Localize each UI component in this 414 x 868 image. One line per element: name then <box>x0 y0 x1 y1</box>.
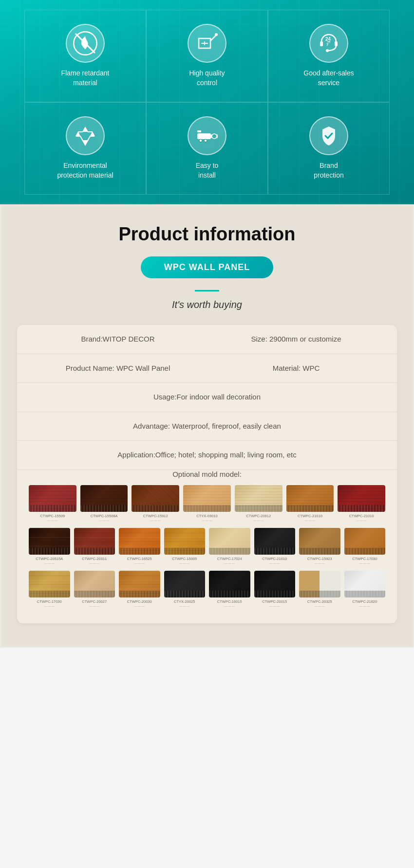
svg-rect-10 <box>320 41 323 46</box>
mold-swatch-1-0 <box>29 528 70 555</box>
mold-swatch-1-2 <box>119 528 160 555</box>
svg-point-20 <box>199 139 202 142</box>
mold-swatch-1-6 <box>299 528 340 555</box>
feature-label-eco: Environmental protection material <box>57 161 113 180</box>
mold-swatch-2-0 <box>29 571 70 597</box>
svg-point-21 <box>204 139 207 142</box>
mold-swatch-0-1 <box>80 485 128 512</box>
mold-swatch-2-4 <box>209 571 250 597</box>
feature-cell-quality: High quality control <box>146 10 268 102</box>
svg-point-18 <box>212 134 217 139</box>
feature-label-brand: Brand protection <box>314 161 343 180</box>
mold-swatch-1-3 <box>164 528 206 555</box>
product-section: Product information WPC WALL PANEL It's … <box>0 204 414 648</box>
svg-point-7 <box>215 33 218 36</box>
wpc-badge: WPC WALL PANEL <box>141 256 273 278</box>
mold-swatch-2-1 <box>74 571 115 597</box>
mold-swatch-2-5 <box>254 571 296 597</box>
mold-swatch-0-6 <box>338 485 385 512</box>
mold-swatch-1-4 <box>209 528 250 555</box>
mold-swatch-2-6 <box>299 571 340 597</box>
svg-rect-19 <box>197 130 201 132</box>
hero-section: Flame retardant material High quality co… <box>0 0 414 204</box>
feature-cell-install: Easy to install <box>146 102 268 195</box>
install-icon <box>188 116 226 155</box>
feature-label-flame: Flame retardant material <box>61 69 110 88</box>
service-icon: 24 7 <box>309 24 348 63</box>
brand-icon <box>309 116 348 155</box>
mold-swatch-0-3 <box>183 485 231 512</box>
mold-swatch-2-7 <box>344 571 386 597</box>
mold-swatch-1-1 <box>74 528 115 555</box>
mold-swatch-0-5 <box>286 485 334 512</box>
mold-swatch-0-0 <box>29 485 76 512</box>
mold-swatch-1-7 <box>344 528 386 555</box>
teal-divider <box>195 290 219 291</box>
mold-swatch-1-5 <box>254 528 296 555</box>
product-tagline: It's worth buying <box>10 299 404 310</box>
svg-rect-11 <box>335 41 338 46</box>
flame-icon <box>66 24 105 63</box>
features-grid: Flame retardant material High quality co… <box>24 10 390 195</box>
feature-label-install: Easy to install <box>196 161 219 180</box>
product-title: Product information <box>10 224 404 245</box>
feature-label-quality: High quality control <box>189 69 225 88</box>
svg-line-6 <box>210 35 216 41</box>
feature-cell-brand: Brand protection <box>268 102 390 195</box>
feature-cell-flame: Flame retardant material <box>24 10 146 102</box>
feature-label-service: Good after-sales service <box>303 69 354 88</box>
svg-rect-16 <box>197 133 211 139</box>
eco-icon <box>66 116 105 155</box>
quality-icon <box>188 24 226 63</box>
feature-cell-service: 24 7 Good after-sales service <box>268 10 390 102</box>
mold-swatch-0-4 <box>235 485 282 512</box>
svg-text:24: 24 <box>325 36 331 42</box>
feature-cell-eco: Environmental protection material <box>24 102 146 195</box>
mold-swatch-2-2 <box>119 571 160 597</box>
svg-point-12 <box>326 49 329 52</box>
mold-swatch-0-2 <box>132 485 179 512</box>
svg-text:7: 7 <box>326 42 329 47</box>
mold-swatch-2-3 <box>164 571 206 597</box>
